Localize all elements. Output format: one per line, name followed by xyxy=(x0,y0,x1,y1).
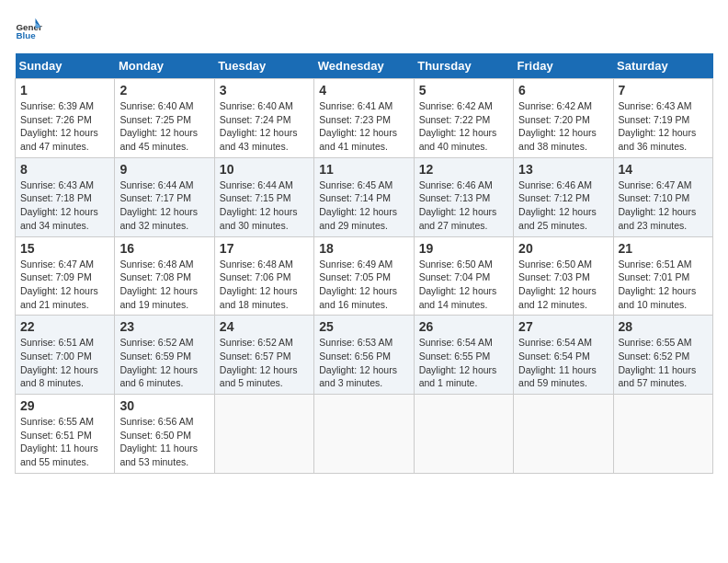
day-number: 24 xyxy=(220,319,309,334)
day-info: Sunrise: 6:42 AMSunset: 7:22 PMDaylight:… xyxy=(419,100,497,152)
header-sunday: Sunday xyxy=(16,53,115,79)
calendar-cell: 24 Sunrise: 6:52 AMSunset: 6:57 PMDaylig… xyxy=(214,316,313,395)
day-number: 26 xyxy=(419,319,508,334)
calendar-cell xyxy=(214,395,313,474)
day-number: 20 xyxy=(518,241,608,256)
day-info: Sunrise: 6:43 AMSunset: 7:19 PMDaylight:… xyxy=(619,100,697,152)
calendar-cell: 27 Sunrise: 6:54 AMSunset: 6:54 PMDaylig… xyxy=(514,316,613,395)
calendar-cell: 7 Sunrise: 6:43 AMSunset: 7:19 PMDayligh… xyxy=(613,79,712,158)
day-number: 5 xyxy=(419,83,508,98)
logo: General Blue xyxy=(15,15,42,42)
calendar-cell xyxy=(613,395,712,474)
day-info: Sunrise: 6:53 AMSunset: 6:56 PMDaylight:… xyxy=(319,337,397,388)
day-number: 9 xyxy=(119,162,209,177)
calendar-cell: 1 Sunrise: 6:39 AMSunset: 7:26 PMDayligh… xyxy=(16,79,115,158)
week-row-5: 29 Sunrise: 6:55 AMSunset: 6:51 PMDaylig… xyxy=(16,395,713,474)
calendar-cell: 12 Sunrise: 6:46 AMSunset: 7:13 PMDaylig… xyxy=(414,157,513,236)
calendar-table: SundayMondayTuesdayWednesdayThursdayFrid… xyxy=(15,53,713,474)
day-info: Sunrise: 6:55 AMSunset: 6:52 PMDaylight:… xyxy=(619,337,697,388)
calendar-cell: 22 Sunrise: 6:51 AMSunset: 7:00 PMDaylig… xyxy=(16,316,115,395)
page-header: General Blue xyxy=(15,15,713,42)
day-info: Sunrise: 6:54 AMSunset: 6:54 PMDaylight:… xyxy=(518,337,597,388)
day-info: Sunrise: 6:39 AMSunset: 7:26 PMDaylight:… xyxy=(20,100,98,152)
day-number: 2 xyxy=(119,83,209,98)
header-saturday: Saturday xyxy=(613,53,712,79)
calendar-cell: 5 Sunrise: 6:42 AMSunset: 7:22 PMDayligh… xyxy=(414,79,513,158)
day-info: Sunrise: 6:42 AMSunset: 7:20 PMDaylight:… xyxy=(518,100,597,152)
day-number: 11 xyxy=(319,162,408,177)
calendar-cell xyxy=(514,395,613,474)
day-number: 30 xyxy=(119,398,209,413)
day-info: Sunrise: 6:52 AMSunset: 6:59 PMDaylight:… xyxy=(119,337,198,388)
calendar-cell: 29 Sunrise: 6:55 AMSunset: 6:51 PMDaylig… xyxy=(16,395,115,474)
calendar-cell: 25 Sunrise: 6:53 AMSunset: 6:56 PMDaylig… xyxy=(314,316,414,395)
day-number: 3 xyxy=(220,83,309,98)
day-number: 8 xyxy=(20,162,109,177)
day-number: 17 xyxy=(220,241,309,256)
day-number: 6 xyxy=(518,83,608,98)
day-number: 27 xyxy=(518,319,608,334)
calendar-cell: 10 Sunrise: 6:44 AMSunset: 7:15 PMDaylig… xyxy=(214,157,313,236)
calendar-cell: 8 Sunrise: 6:43 AMSunset: 7:18 PMDayligh… xyxy=(16,157,115,236)
calendar-cell: 3 Sunrise: 6:40 AMSunset: 7:24 PMDayligh… xyxy=(214,79,313,158)
day-info: Sunrise: 6:50 AMSunset: 7:03 PMDaylight:… xyxy=(518,259,597,310)
day-info: Sunrise: 6:51 AMSunset: 7:00 PMDaylight:… xyxy=(20,337,98,388)
day-number: 7 xyxy=(619,83,708,98)
day-number: 4 xyxy=(319,83,408,98)
calendar-cell xyxy=(314,395,414,474)
calendar-cell: 15 Sunrise: 6:47 AMSunset: 7:09 PMDaylig… xyxy=(16,236,115,316)
calendar-cell: 20 Sunrise: 6:50 AMSunset: 7:03 PMDaylig… xyxy=(514,236,613,316)
day-number: 10 xyxy=(220,162,309,177)
day-number: 19 xyxy=(419,241,508,256)
header-monday: Monday xyxy=(115,53,214,79)
calendar-cell: 11 Sunrise: 6:45 AMSunset: 7:14 PMDaylig… xyxy=(314,157,414,236)
day-info: Sunrise: 6:46 AMSunset: 7:13 PMDaylight:… xyxy=(419,179,497,231)
week-row-1: 1 Sunrise: 6:39 AMSunset: 7:26 PMDayligh… xyxy=(16,79,713,158)
day-info: Sunrise: 6:47 AMSunset: 7:10 PMDaylight:… xyxy=(619,179,697,231)
day-info: Sunrise: 6:49 AMSunset: 7:05 PMDaylight:… xyxy=(319,259,397,310)
day-number: 13 xyxy=(518,162,608,177)
calendar-cell: 13 Sunrise: 6:46 AMSunset: 7:12 PMDaylig… xyxy=(514,157,613,236)
week-row-4: 22 Sunrise: 6:51 AMSunset: 7:00 PMDaylig… xyxy=(16,316,713,395)
day-info: Sunrise: 6:54 AMSunset: 6:55 PMDaylight:… xyxy=(419,337,497,388)
day-number: 21 xyxy=(619,241,708,256)
calendar-cell: 9 Sunrise: 6:44 AMSunset: 7:17 PMDayligh… xyxy=(115,157,214,236)
day-info: Sunrise: 6:56 AMSunset: 6:50 PMDaylight:… xyxy=(119,416,198,467)
header-thursday: Thursday xyxy=(414,53,513,79)
day-number: 12 xyxy=(419,162,508,177)
day-number: 28 xyxy=(619,319,708,334)
calendar-cell: 16 Sunrise: 6:48 AMSunset: 7:08 PMDaylig… xyxy=(115,236,214,316)
calendar-cell: 17 Sunrise: 6:48 AMSunset: 7:06 PMDaylig… xyxy=(214,236,313,316)
day-number: 18 xyxy=(319,241,408,256)
header-tuesday: Tuesday xyxy=(214,53,313,79)
day-number: 1 xyxy=(20,83,109,98)
calendar-cell: 26 Sunrise: 6:54 AMSunset: 6:55 PMDaylig… xyxy=(414,316,513,395)
day-info: Sunrise: 6:52 AMSunset: 6:57 PMDaylight:… xyxy=(220,337,298,388)
calendar-cell xyxy=(414,395,513,474)
day-info: Sunrise: 6:55 AMSunset: 6:51 PMDaylight:… xyxy=(20,416,98,467)
header-wednesday: Wednesday xyxy=(314,53,414,79)
header-row: SundayMondayTuesdayWednesdayThursdayFrid… xyxy=(16,53,713,79)
logo-icon: General Blue xyxy=(15,15,42,42)
day-number: 15 xyxy=(20,241,109,256)
week-row-3: 15 Sunrise: 6:47 AMSunset: 7:09 PMDaylig… xyxy=(16,236,713,316)
calendar-cell: 23 Sunrise: 6:52 AMSunset: 6:59 PMDaylig… xyxy=(115,316,214,395)
day-info: Sunrise: 6:47 AMSunset: 7:09 PMDaylight:… xyxy=(20,259,98,310)
day-number: 14 xyxy=(619,162,708,177)
day-number: 23 xyxy=(119,319,209,334)
calendar-cell: 14 Sunrise: 6:47 AMSunset: 7:10 PMDaylig… xyxy=(613,157,712,236)
day-number: 16 xyxy=(119,241,209,256)
day-info: Sunrise: 6:51 AMSunset: 7:01 PMDaylight:… xyxy=(619,259,697,310)
day-number: 22 xyxy=(20,319,109,334)
svg-text:Blue: Blue xyxy=(17,30,37,40)
calendar-cell: 4 Sunrise: 6:41 AMSunset: 7:23 PMDayligh… xyxy=(314,79,414,158)
day-info: Sunrise: 6:45 AMSunset: 7:14 PMDaylight:… xyxy=(319,179,397,231)
day-number: 25 xyxy=(319,319,408,334)
day-info: Sunrise: 6:48 AMSunset: 7:08 PMDaylight:… xyxy=(119,259,198,310)
calendar-cell: 2 Sunrise: 6:40 AMSunset: 7:25 PMDayligh… xyxy=(115,79,214,158)
calendar-cell: 28 Sunrise: 6:55 AMSunset: 6:52 PMDaylig… xyxy=(613,316,712,395)
calendar-cell: 18 Sunrise: 6:49 AMSunset: 7:05 PMDaylig… xyxy=(314,236,414,316)
day-info: Sunrise: 6:43 AMSunset: 7:18 PMDaylight:… xyxy=(20,179,98,231)
week-row-2: 8 Sunrise: 6:43 AMSunset: 7:18 PMDayligh… xyxy=(16,157,713,236)
calendar-cell: 6 Sunrise: 6:42 AMSunset: 7:20 PMDayligh… xyxy=(514,79,613,158)
